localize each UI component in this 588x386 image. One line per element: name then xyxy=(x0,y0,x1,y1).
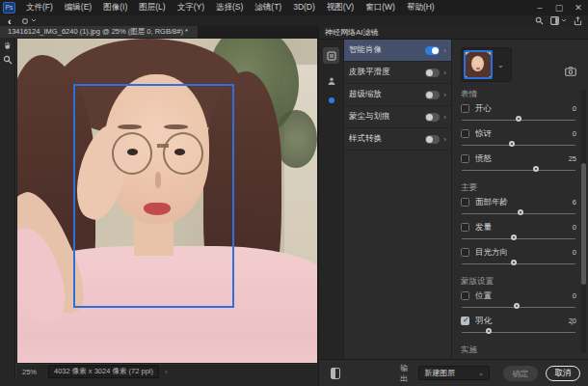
setting-checkbox[interactable] xyxy=(461,223,469,232)
photo-plant xyxy=(275,110,317,168)
camera-button[interactable] xyxy=(565,63,576,80)
filter-settings-panel: ⌄ 表情开心0惊讶0愤怒25主要面部年龄6发量0目光方向0蒙版设置位置0羽化20… xyxy=(452,40,588,359)
workspace-icon xyxy=(550,16,559,25)
setting-checkbox[interactable] xyxy=(461,248,469,257)
filter-toggle[interactable] xyxy=(425,135,440,144)
workspace-switcher[interactable] xyxy=(550,16,567,25)
setting-value: 6 xyxy=(573,198,576,207)
slider-track[interactable] xyxy=(462,140,575,151)
filter-row[interactable]: 皮肤平滑度› xyxy=(344,62,451,84)
tool-options[interactable] xyxy=(21,17,37,25)
filter-row[interactable]: 蒙尘与划痕› xyxy=(344,106,451,128)
menu-item[interactable]: 文字(Y) xyxy=(173,0,209,15)
minimize-button[interactable]: – xyxy=(530,0,549,15)
chevron-right-icon: › xyxy=(443,91,446,99)
menu-item[interactable]: 文件(F) xyxy=(21,0,58,15)
settings-scrollbar[interactable] xyxy=(581,90,586,353)
menu-item[interactable]: 视图(V) xyxy=(322,0,359,15)
setting-value: 0 xyxy=(573,223,576,232)
zoom-level[interactable]: 25% xyxy=(22,368,37,376)
setting-label: 保留独特细节 xyxy=(475,359,569,360)
filter-toggle[interactable] xyxy=(425,69,440,77)
slider-track[interactable] xyxy=(462,259,575,269)
menu-item[interactable]: 选择(S) xyxy=(211,0,248,15)
menu-item[interactable]: 滤镜(T) xyxy=(250,0,286,15)
slider-knob[interactable] xyxy=(511,260,517,265)
document-tab-bar: 13416124_IMG_6240 (1).jpg @ 25% (图层 0, R… xyxy=(0,26,318,38)
slider-track[interactable] xyxy=(462,234,575,244)
face-selector[interactable]: ⌄ xyxy=(461,47,512,82)
ok-button[interactable]: 确定 xyxy=(503,366,538,381)
slider-row: 面部年龄6 xyxy=(461,196,576,219)
setting-checkbox[interactable] xyxy=(461,104,469,113)
hand-tool-icon[interactable] xyxy=(3,41,13,50)
setting-checkbox[interactable] xyxy=(461,154,469,163)
filter-category-column xyxy=(319,40,344,359)
back-button[interactable]: ‹ xyxy=(8,16,12,26)
slider-track[interactable] xyxy=(462,327,575,338)
filter-row[interactable]: 样式转换› xyxy=(344,128,451,151)
menu-item[interactable]: 编辑(E) xyxy=(60,0,96,15)
preview-split-icon[interactable] xyxy=(331,368,340,379)
status-chevron-icon[interactable]: › xyxy=(165,368,168,376)
document-dimensions: 4032 像素 x 3024 像素 (72 ppi) xyxy=(48,365,159,378)
face-detection-rectangle xyxy=(73,84,235,308)
setting-checkbox[interactable] xyxy=(461,317,469,325)
canvas-area[interactable] xyxy=(16,38,318,364)
setting-label: 位置 xyxy=(475,290,573,302)
slider-row: 开心0 xyxy=(461,102,576,125)
filter-toggle[interactable] xyxy=(425,113,440,122)
filter-toggle[interactable] xyxy=(425,91,440,99)
menu-item[interactable]: 图像(I) xyxy=(98,0,132,15)
menu-item[interactable]: 帮助(H) xyxy=(402,0,440,15)
all-filters-button[interactable] xyxy=(323,47,339,64)
slider-knob[interactable] xyxy=(514,303,520,309)
setting-label: 愤怒 xyxy=(475,153,569,165)
portrait-category-button[interactable] xyxy=(323,72,339,89)
slider-knob[interactable] xyxy=(518,209,523,215)
slider-knob[interactable] xyxy=(486,328,492,334)
filter-row[interactable]: 超级缩放› xyxy=(344,84,451,106)
setting-checkbox[interactable] xyxy=(461,198,469,207)
filter-label: 智能肖像 xyxy=(349,44,425,56)
app-logo: Ps xyxy=(3,2,15,14)
setting-label: 目光方向 xyxy=(475,247,573,259)
search-icon[interactable] xyxy=(535,16,544,25)
setting-label: 面部年龄 xyxy=(475,197,573,208)
setting-checkbox[interactable] xyxy=(461,129,469,138)
collapse-caret-icon[interactable]: ⌃ xyxy=(569,322,575,330)
camera-icon xyxy=(565,67,576,76)
slider-track[interactable] xyxy=(462,208,575,219)
close-button[interactable]: ✕ xyxy=(569,0,588,15)
menu-item[interactable]: 图层(L) xyxy=(134,0,170,15)
slider-knob[interactable] xyxy=(533,166,539,172)
slider-track[interactable] xyxy=(462,115,575,125)
menu-item[interactable]: 窗口(W) xyxy=(361,0,400,15)
portrait-photo xyxy=(17,39,317,363)
cancel-button[interactable]: 取消 xyxy=(546,366,580,381)
slider-knob[interactable] xyxy=(509,141,515,147)
share-icon[interactable] xyxy=(574,16,582,26)
document-tab[interactable]: 13416124_IMG_6240 (1).jpg @ 25% (图层 0, R… xyxy=(0,26,198,38)
maximize-button[interactable]: ▢ xyxy=(549,0,569,15)
slider-track[interactable] xyxy=(462,302,575,313)
slider-track[interactable] xyxy=(462,165,575,176)
scrollbar-thumb[interactable] xyxy=(581,163,586,285)
slider-knob[interactable] xyxy=(516,116,521,122)
setting-value: 0 xyxy=(573,248,576,257)
chevron-down-icon: ⌄ xyxy=(478,370,484,377)
panel-footer: 输出 新建图层 ⌄ 确定 取消 xyxy=(319,359,588,386)
slider-row: 目光方向0 xyxy=(461,246,576,269)
zoom-tool-icon[interactable] xyxy=(3,55,13,65)
slider-row: 保留独特细节90 xyxy=(461,358,576,359)
slider-row: 位置0 xyxy=(461,290,576,313)
slider-knob[interactable] xyxy=(511,234,517,240)
menu-item[interactable]: 3D(D) xyxy=(288,0,320,15)
filter-toggle[interactable] xyxy=(425,46,440,55)
output-select[interactable]: 新建图层 ⌄ xyxy=(418,366,490,380)
filter-row[interactable]: 智能肖像› xyxy=(344,40,451,62)
setting-value: 0 xyxy=(573,104,576,113)
chevron-right-icon: › xyxy=(443,113,446,122)
setting-checkbox[interactable] xyxy=(461,291,469,300)
setting-label: 羽化 xyxy=(475,316,569,327)
